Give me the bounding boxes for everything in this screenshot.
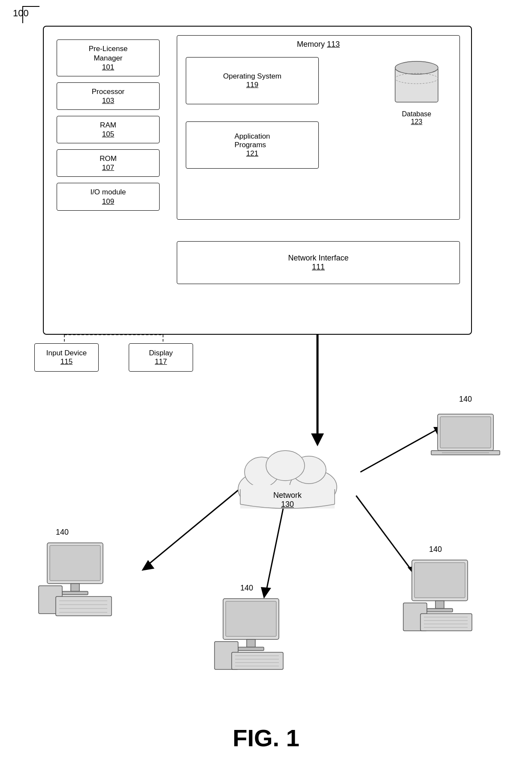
svg-rect-53 <box>71 584 79 591</box>
io-module-label: I/O module <box>90 188 126 196</box>
desktop-left <box>34 541 129 624</box>
processor-box: Processor 103 <box>57 82 160 110</box>
memory-ref: 113 <box>327 40 340 48</box>
desktop-left-svg <box>34 541 129 622</box>
svg-rect-46 <box>232 652 283 669</box>
fig-label-container: FIG. 1 <box>0 715 532 752</box>
os-ref: 119 <box>246 81 258 89</box>
database-area: Database 123 <box>387 57 447 126</box>
net-interface-label: Network Interface <box>288 254 348 263</box>
rom-label: ROM <box>100 154 117 163</box>
desktop-bottom-right <box>399 558 485 637</box>
app-programs-label: ApplicationPrograms <box>234 132 270 149</box>
database-label: Database <box>402 110 432 118</box>
svg-line-9 <box>266 509 283 592</box>
corner-bracket <box>22 6 39 23</box>
net-interface-ref: 111 <box>312 263 325 272</box>
display-label: Display <box>149 349 173 357</box>
input-device-label: Input Device <box>46 349 87 357</box>
laptop-top-right <box>429 412 506 469</box>
network-interface-box: Network Interface 111 <box>177 241 460 284</box>
network-ref: 130 <box>227 500 348 509</box>
svg-point-16 <box>395 61 438 74</box>
app-programs-box: ApplicationPrograms 121 <box>186 121 319 169</box>
svg-point-23 <box>266 451 305 481</box>
rom-ref: 107 <box>60 163 156 172</box>
processor-ref: 103 <box>60 97 156 105</box>
client-label-top-right: 140 <box>459 395 472 404</box>
client-label-bottom-right: 140 <box>429 545 442 554</box>
svg-rect-56 <box>56 596 112 616</box>
svg-rect-52 <box>50 545 100 581</box>
network-cloud-container: Network 130 <box>227 438 348 509</box>
fig-label: FIG. 1 <box>0 724 532 752</box>
display-ref: 117 <box>138 357 184 366</box>
svg-line-11 <box>360 429 438 472</box>
io-module-box: I/O module 109 <box>57 183 160 210</box>
main-system-box: Pre-LicenseManager 101 Processor 103 RAM… <box>43 26 472 335</box>
svg-rect-44 <box>238 647 264 651</box>
pre-license-ref: 101 <box>60 63 156 72</box>
memory-title: Memory 113 <box>177 40 459 49</box>
desktop-bottom-center <box>210 596 296 675</box>
client-label-left: 140 <box>56 528 69 537</box>
database-ref: 123 <box>411 118 423 126</box>
svg-rect-42 <box>226 601 276 636</box>
os-label: Operating System <box>223 72 281 81</box>
svg-rect-34 <box>427 609 453 612</box>
left-column: Pre-LicenseManager 101 Processor 103 RAM… <box>57 39 160 217</box>
input-device-container: Input Device 115 <box>34 343 99 372</box>
input-device-ref: 115 <box>43 357 90 366</box>
svg-rect-36 <box>420 614 472 631</box>
ram-label: RAM <box>100 121 116 129</box>
network-label-container: Network 130 <box>227 491 348 509</box>
pre-license-manager-box: Pre-LicenseManager 101 <box>57 39 160 76</box>
display-container: Display 117 <box>129 343 193 372</box>
desktop-br-svg <box>399 558 485 635</box>
input-device-box: Input Device 115 <box>34 343 99 372</box>
svg-rect-28 <box>440 417 491 448</box>
pre-license-label: Pre-LicenseManager <box>89 45 128 62</box>
io-module-ref: 109 <box>60 197 156 206</box>
app-programs-ref: 121 <box>246 149 258 158</box>
rom-box: ROM 107 <box>57 149 160 177</box>
laptop-svg <box>429 412 506 468</box>
display-box: Display 117 <box>129 343 193 372</box>
processor-label: Processor <box>92 88 125 96</box>
svg-rect-32 <box>414 563 465 598</box>
page-container: 100 <box>0 0 532 769</box>
svg-rect-54 <box>62 591 88 595</box>
svg-rect-43 <box>247 639 255 647</box>
client-label-bottom-center: 140 <box>240 584 253 593</box>
ram-ref: 105 <box>60 130 156 139</box>
desktop-bc-svg <box>210 596 296 674</box>
svg-rect-33 <box>435 601 444 609</box>
database-cylinder-svg <box>393 57 440 109</box>
os-box: Operating System 119 <box>186 57 319 104</box>
network-label: Network <box>227 491 348 500</box>
memory-box: Memory 113 Operating System 119 Applicat… <box>177 35 460 220</box>
ram-box: RAM 105 <box>57 116 160 143</box>
svg-marker-8 <box>142 560 154 571</box>
